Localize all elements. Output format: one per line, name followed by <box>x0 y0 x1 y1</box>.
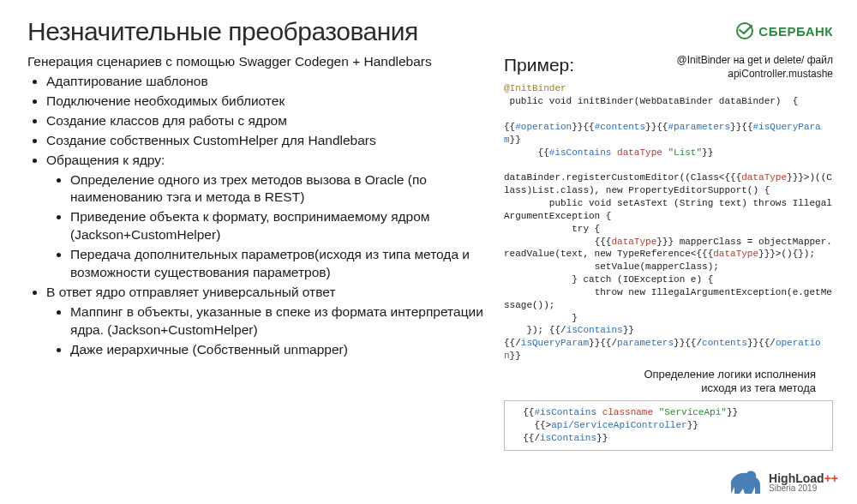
sberbank-logo: СБЕРБАНК <box>736 22 833 39</box>
list-item-label: Обращения к ядру: <box>46 153 165 167</box>
example-title: Пример: <box>504 53 574 77</box>
code-block-2: {{#isContains classname "ServiceApi"}} {… <box>504 400 833 451</box>
list-item: В ответ ядро отправляет универсальный от… <box>46 284 490 359</box>
footer-logo: HighLoad++ Siberia 2019 <box>726 468 838 497</box>
header: Незначительные преобразования СБЕРБАНК <box>27 17 833 46</box>
list-item: Создание собственных CustomHelper для Ha… <box>46 132 490 150</box>
sub-list: Определение одного из трех методов вызов… <box>46 171 490 283</box>
list-item: Маппинг в объекты, указанные в спеке из … <box>70 303 490 339</box>
slide-title: Незначительные преобразования <box>27 17 418 46</box>
left-column: Генерация сценариев с помощью Swagger Co… <box>27 53 490 504</box>
code-block-1: @InitBinder public void initBinder(WebDa… <box>504 82 833 363</box>
list-item: Даже иерархичные (Собственный unmapper) <box>70 341 490 359</box>
list-item: Подключение необходимых библиотек <box>46 93 490 111</box>
list-item: Создание классов для работы с ядром <box>46 112 490 130</box>
list-item: Обращения к ядру: Определение одного из … <box>46 152 490 282</box>
annot-line: @InitBinder на get и delete/ файл <box>676 53 833 67</box>
list-item-label: В ответ ядро отправляет универсальный от… <box>46 285 336 299</box>
slide: Незначительные преобразования СБЕРБАНК Г… <box>0 0 857 504</box>
highload-text: HighLoad++ Siberia 2019 <box>769 472 838 493</box>
right-column: Пример: @InitBinder на get и delete/ фай… <box>504 53 833 504</box>
example-annotation: @InitBinder на get и delete/ файл apiCon… <box>676 53 833 81</box>
mid-annot-line: Определение логики исполнения <box>504 368 816 381</box>
hl-plus: ++ <box>824 471 838 485</box>
hl-sub: Siberia 2019 <box>769 484 838 493</box>
content: Генерация сценариев с помощью Swagger Co… <box>27 53 833 504</box>
sub-list: Маппинг в объекты, указанные в спеке из … <box>46 303 490 359</box>
intro-text: Генерация сценариев с помощью Swagger Co… <box>27 53 490 71</box>
list-item: Адаптирование шаблонов <box>46 73 490 91</box>
list-item: Определение одного из трех методов вызов… <box>70 171 490 207</box>
list-item: Передача дополнительных параметров(исход… <box>70 246 490 282</box>
bullet-list: Адаптирование шаблонов Подключение необх… <box>27 73 490 359</box>
sberbank-text: СБЕРБАНК <box>758 24 833 39</box>
annot-line: apiController.mustashe <box>676 67 833 81</box>
bear-icon <box>726 468 765 497</box>
mid-annotation: Определение логики исполнения исходя из … <box>504 368 816 396</box>
mid-annot-line: исходя из тега метода <box>504 381 816 395</box>
list-item: Приведение объекта к формату, воспринима… <box>70 208 490 244</box>
example-top-row: Пример: @InitBinder на get и delete/ фай… <box>504 53 833 81</box>
sberbank-icon <box>736 22 753 39</box>
